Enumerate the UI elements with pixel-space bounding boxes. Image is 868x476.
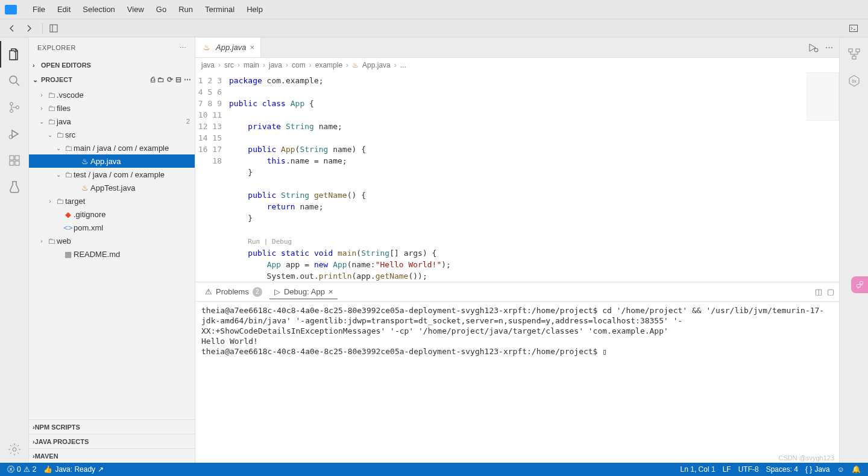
editor-tabs: ♨ App.java × ⋯: [195, 37, 839, 58]
tree-folder-main-path[interactable]: ⌄🗀main / java / com / example: [29, 141, 195, 154]
panel-tab-debug[interactable]: ▷ Debug: App ×: [269, 285, 338, 299]
terminal-output[interactable]: theia@a7ee6618c-40c8-4a0e-8c25-80e3992ce…: [195, 302, 839, 463]
separator: [42, 23, 43, 34]
status-lf[interactable]: LF: [719, 465, 735, 474]
tree-folder-target[interactable]: ›🗀target: [29, 194, 195, 208]
menu-help[interactable]: Help: [241, 2, 269, 16]
right-panel-flowchart-icon[interactable]: [840, 41, 869, 68]
tree-folder-test-path[interactable]: ⌄🗀test / java / com / example: [29, 168, 195, 181]
refresh-icon[interactable]: ⟳: [167, 75, 173, 84]
explorer-sidebar: EXPLORER ⋯ › OPEN EDITORS ⌄ PROJECT ⎙ 🗀 …: [29, 37, 195, 463]
tree-folder-files[interactable]: ›🗀files: [29, 101, 195, 115]
panel-tabs: ⚠ Problems 2 ▷ Debug: App × ◫ ▢: [195, 282, 839, 302]
collapse-icon[interactable]: ⊟: [175, 75, 181, 84]
maximize-panel-icon[interactable]: ▢: [827, 287, 834, 296]
section-maven[interactable]: ›MAVEN: [29, 448, 195, 463]
svg-point-5: [10, 103, 13, 106]
new-folder-icon[interactable]: 🗀: [157, 75, 165, 84]
menu-edit[interactable]: Edit: [51, 2, 77, 16]
more-icon[interactable]: ⋯: [184, 75, 191, 84]
toggle-panel-button[interactable]: [46, 21, 61, 36]
section-open-editors[interactable]: › OPEN EDITORS: [29, 58, 195, 72]
status-bell-icon[interactable]: 🔔: [848, 465, 864, 474]
tree-file-app-java[interactable]: ♨App.java: [29, 154, 195, 168]
thumbs-up-icon: 👍: [43, 465, 52, 474]
status-spaces[interactable]: Spaces: 4: [763, 465, 802, 474]
status-encoding[interactable]: UTF-8: [735, 465, 763, 474]
svg-point-7: [16, 106, 19, 109]
svg-rect-2: [850, 25, 858, 31]
toolbar: [0, 19, 868, 37]
new-file-icon[interactable]: ⎙: [151, 75, 155, 84]
activity-scm[interactable]: [0, 94, 29, 121]
menu-go[interactable]: Go: [150, 2, 172, 16]
breadcrumb[interactable]: java› src› main› java› com› example› ♨Ap…: [195, 58, 839, 72]
svg-line-4: [16, 83, 19, 86]
svg-rect-18: [856, 49, 860, 52]
menu-selection[interactable]: Selection: [77, 2, 121, 16]
warning-icon: ⚠: [24, 465, 30, 474]
tree-file-pom[interactable]: <>pom.xml: [29, 221, 195, 234]
sidebar-more-icon[interactable]: ⋯: [180, 44, 187, 52]
ai-assistant-tab[interactable]: 🗪: [851, 276, 868, 293]
tab-app-java[interactable]: ♨ App.java ×: [195, 37, 261, 57]
tree-file-gitignore[interactable]: ◆.gitignore: [29, 208, 195, 221]
terminal-icon: ▷: [274, 287, 280, 296]
status-java-ready[interactable]: 👍Java: Ready↗: [40, 465, 107, 474]
activity-settings[interactable]: [0, 436, 29, 463]
tree-folder-vscode[interactable]: ›🗀.vscode: [29, 88, 195, 101]
svg-rect-19: [852, 56, 856, 59]
svg-rect-12: [15, 161, 19, 165]
nav-back-button[interactable]: [5, 21, 19, 36]
code-content[interactable]: package com.example; public class App { …: [229, 72, 839, 282]
activity-explorer[interactable]: [0, 41, 29, 68]
tree-file-readme[interactable]: ▦README.md: [29, 247, 195, 261]
tree-folder-web[interactable]: ›🗀web: [29, 234, 195, 247]
activity-bar-right: 0x 🗪: [839, 37, 868, 463]
status-ln-col[interactable]: Ln 1, Col 1: [677, 465, 719, 474]
svg-rect-11: [10, 161, 14, 165]
section-npm-scripts[interactable]: ›NPM SCRIPTS: [29, 419, 195, 434]
svg-point-3: [10, 76, 17, 83]
close-icon[interactable]: ×: [329, 287, 333, 296]
codelens-run-debug[interactable]: Run | Debug: [248, 238, 292, 246]
menu-file[interactable]: File: [27, 2, 51, 16]
menu-terminal[interactable]: Terminal: [199, 2, 241, 16]
svg-text:0x: 0x: [852, 79, 857, 83]
menu-run[interactable]: Run: [172, 2, 199, 16]
tab-more-icon[interactable]: ⋯: [825, 43, 833, 52]
svg-point-6: [10, 110, 13, 113]
status-lang[interactable]: { }Java: [802, 465, 834, 474]
svg-rect-10: [10, 156, 14, 160]
close-tab-button[interactable]: ×: [250, 43, 255, 52]
section-project[interactable]: ⌄ PROJECT ⎙ 🗀 ⟳ ⊟ ⋯: [29, 72, 195, 87]
code-editor[interactable]: 1 2 3 4 5 6 7 8 9 10 11 12 13 14 15 16 1…: [195, 72, 839, 282]
svg-rect-0: [50, 25, 57, 32]
run-icon[interactable]: [808, 43, 819, 52]
menu-bar: File Edit Selection View Go Run Terminal…: [0, 0, 868, 19]
status-feedback-icon[interactable]: ☺: [834, 465, 848, 474]
activity-extensions[interactable]: [0, 147, 29, 174]
tree-file-apptest-java[interactable]: ♨AppTest.java: [29, 181, 195, 194]
java-icon: ♨: [201, 43, 212, 52]
tree-folder-src[interactable]: ⌄🗀src: [29, 128, 195, 141]
minimap[interactable]: [807, 72, 839, 121]
menu-view[interactable]: View: [121, 2, 150, 16]
share-icon: ↗: [98, 465, 104, 474]
bottom-panel: ⚠ Problems 2 ▷ Debug: App × ◫ ▢ theia@a7…: [195, 282, 839, 463]
warning-icon: ⚠: [205, 287, 212, 296]
activity-search[interactable]: [0, 68, 29, 94]
terminal-toggle-button[interactable]: [846, 21, 861, 36]
panel-tab-problems[interactable]: ⚠ Problems 2: [200, 285, 267, 299]
chevron-right-icon: ›: [33, 62, 41, 69]
status-errors[interactable]: ⓧ0⚠2: [4, 465, 40, 475]
split-panel-icon[interactable]: ◫: [815, 287, 822, 296]
tree-folder-java[interactable]: ⌄🗀java2: [29, 115, 195, 128]
nav-forward-button[interactable]: [22, 21, 36, 36]
activity-testing[interactable]: [0, 174, 29, 200]
editor-area: ♨ App.java × ⋯ java› src› main› java› co…: [195, 37, 839, 463]
error-icon: ⓧ: [7, 465, 14, 475]
section-java-projects[interactable]: ›JAVA PROJECTS: [29, 434, 195, 448]
right-panel-hex-icon[interactable]: 0x: [840, 68, 869, 94]
activity-debug[interactable]: [0, 121, 29, 147]
